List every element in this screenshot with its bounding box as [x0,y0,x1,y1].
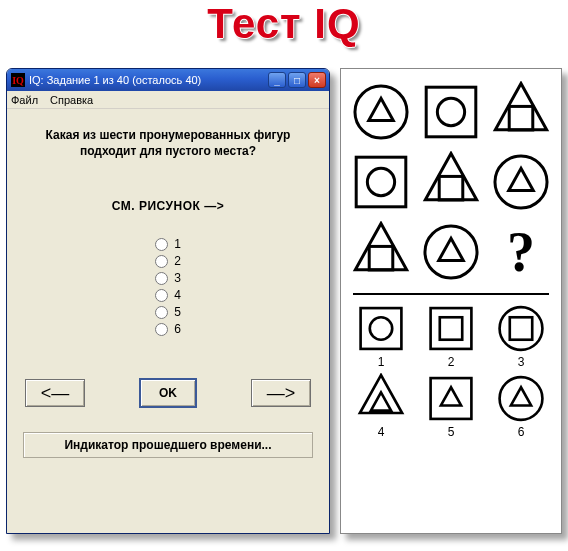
answer-cell-5: 5 [418,373,484,439]
svg-rect-24 [431,378,472,419]
svg-point-3 [437,98,464,125]
svg-point-26 [500,377,543,420]
option-4-label: 4 [174,288,181,302]
page-title: Тест IQ [0,0,568,48]
square-circle-icon [350,151,412,213]
triangle-square-icon [490,81,552,143]
answer-cell-4: 4 [348,373,414,439]
prev-button[interactable]: <— [25,379,85,407]
radio-2[interactable] [155,255,168,268]
circle-triangle-icon [350,81,412,143]
puzzle-cell [488,149,554,215]
radio-4[interactable] [155,289,168,302]
answer-label: 2 [448,355,455,369]
nav-row: <— OK —> [19,378,317,408]
answer-label: 3 [518,355,525,369]
circle-triangle-icon [492,373,550,424]
svg-marker-27 [511,387,531,405]
close-button[interactable]: × [308,72,326,88]
puzzle-cell [488,79,554,145]
svg-point-14 [425,226,477,278]
option-3[interactable]: 3 [155,271,181,285]
app-window: IQ IQ: Задание 1 из 40 (осталось 40) _ □… [6,68,330,534]
svg-rect-13 [369,246,393,270]
puzzle-grid: ? [348,79,554,285]
question-mark-icon: ? [507,224,535,280]
circle-triangle-icon [420,221,482,283]
svg-marker-11 [509,168,534,190]
minimize-button[interactable]: _ [268,72,286,88]
svg-rect-9 [439,176,463,200]
menubar: Файл Справка [7,91,329,109]
triangle-square-icon [350,221,412,283]
option-5-label: 5 [174,305,181,319]
svg-rect-21 [510,317,532,339]
svg-rect-18 [431,308,472,349]
option-1[interactable]: 1 [155,237,181,251]
grid-divider [353,293,549,295]
option-6[interactable]: 6 [155,322,181,336]
circle-square-icon [492,303,550,354]
svg-point-7 [367,168,394,195]
answer-label: 1 [378,355,385,369]
circle-triangle-icon [490,151,552,213]
option-3-label: 3 [174,271,181,285]
option-1-label: 1 [174,237,181,251]
square-square-icon [422,303,480,354]
app-icon: IQ [11,73,25,87]
answer-grid: 123456 [348,303,554,439]
square-circle-icon [420,81,482,143]
menu-file[interactable]: Файл [11,94,38,106]
puzzle-cell [418,149,484,215]
titlebar[interactable]: IQ IQ: Задание 1 из 40 (осталось 40) _ □… [7,69,329,91]
option-2-label: 2 [174,254,181,268]
window-title: IQ: Задание 1 из 40 (осталось 40) [29,74,268,86]
option-6-label: 6 [174,322,181,336]
answer-options: 1 2 3 4 5 6 [155,237,181,336]
puzzle-cell [418,219,484,285]
radio-3[interactable] [155,272,168,285]
option-4[interactable]: 4 [155,288,181,302]
svg-point-17 [370,317,392,339]
puzzle-cell [418,79,484,145]
option-5[interactable]: 5 [155,305,181,319]
svg-marker-15 [439,238,464,260]
answer-label: 6 [518,425,525,439]
puzzle-cell [348,219,414,285]
square-triangle-icon [422,373,480,424]
ok-button[interactable]: OK [139,378,197,408]
triangle-square-icon [420,151,482,213]
svg-point-10 [495,156,547,208]
svg-rect-19 [440,317,462,339]
svg-point-0 [355,86,407,138]
see-figure-label: СМ. РИСУНОК —> [112,199,224,213]
radio-1[interactable] [155,238,168,251]
svg-marker-1 [369,98,394,120]
answer-cell-6: 6 [488,373,554,439]
timer-indicator: Индикатор прошедшего времени... [23,432,313,458]
svg-point-20 [500,307,543,350]
svg-marker-25 [441,387,461,405]
next-button[interactable]: —> [251,379,311,407]
svg-rect-16 [361,308,402,349]
svg-rect-2 [426,87,476,137]
answer-cell-1: 1 [348,303,414,369]
triangle-triangle-icon [352,373,410,424]
puzzle-cell: ? [488,219,554,285]
answer-cell-3: 3 [488,303,554,369]
menu-help[interactable]: Справка [50,94,93,106]
answer-label: 5 [448,425,455,439]
svg-rect-5 [509,106,533,130]
puzzle-cell [348,79,414,145]
option-2[interactable]: 2 [155,254,181,268]
answer-cell-2: 2 [418,303,484,369]
radio-6[interactable] [155,323,168,336]
client-area: Какая из шести пронумерованных фигур под… [7,109,329,533]
square-circle-icon [352,303,410,354]
svg-rect-6 [356,157,406,207]
maximize-button[interactable]: □ [288,72,306,88]
radio-5[interactable] [155,306,168,319]
answer-label: 4 [378,425,385,439]
question-text: Какая из шести пронумерованных фигур под… [19,127,317,159]
puzzle-cell [348,149,414,215]
